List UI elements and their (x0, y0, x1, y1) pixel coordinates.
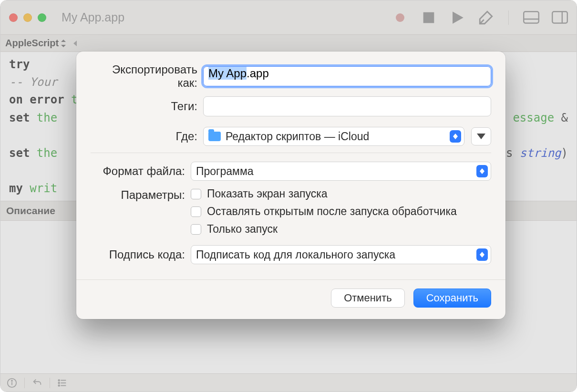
svg-rect-2 (524, 11, 539, 23)
file-format-label: Формат файла: (91, 165, 191, 178)
status-bar (0, 373, 577, 392)
option-label: Оставлять открытым после запуска обработ… (207, 205, 457, 218)
svg-point-11 (11, 380, 12, 381)
svg-marker-20 (477, 134, 485, 139)
codesign-value: Подписать код для локального запуска (196, 248, 476, 261)
codesign-label: Подпись кода: (91, 248, 191, 261)
reply-icon[interactable] (31, 377, 43, 389)
info-icon[interactable] (6, 377, 18, 389)
svg-marker-19 (453, 136, 458, 139)
show-panel-button[interactable] (523, 10, 539, 25)
dialog-divider (91, 153, 491, 153)
option-checkbox[interactable] (191, 206, 201, 217)
option-row: Только запуск (191, 223, 491, 236)
tags-input[interactable] (203, 96, 491, 116)
svg-marker-8 (73, 41, 77, 46)
svg-rect-0 (423, 12, 434, 23)
svg-marker-6 (61, 40, 66, 42)
language-label: AppleScript (5, 38, 59, 49)
status-divider (24, 378, 25, 388)
select-arrows-icon (450, 130, 461, 143)
toolbar-separator (508, 10, 509, 25)
svg-marker-1 (453, 11, 464, 24)
svg-rect-4 (552, 11, 567, 23)
svg-marker-24 (480, 255, 484, 258)
list-icon[interactable] (57, 377, 68, 389)
expand-location-button[interactable] (471, 127, 491, 145)
close-window-button[interactable] (9, 13, 18, 22)
record-button[interactable] (392, 10, 408, 25)
option-row: Оставлять открытым после запуска обработ… (191, 205, 491, 218)
nav-buttons (72, 40, 79, 47)
titlebar: My App.app (0, 0, 577, 35)
svg-point-17 (58, 385, 60, 386)
svg-marker-7 (61, 45, 66, 47)
option-checkbox[interactable] (191, 224, 201, 235)
run-button[interactable] (449, 10, 465, 25)
select-arrows-icon (476, 165, 488, 177)
where-label: Где: (91, 130, 203, 143)
build-button[interactable] (478, 10, 494, 25)
window-controls (9, 13, 46, 22)
svg-point-16 (58, 382, 60, 383)
format-bar: AppleScript (0, 35, 577, 52)
tags-label: Теги: (91, 100, 203, 113)
zoom-window-button[interactable] (38, 13, 46, 22)
export-as-label: Экспортировать как: (91, 63, 203, 90)
file-format-value: Программа (196, 165, 476, 178)
where-select[interactable]: Редактор скриптов — iCloud (203, 127, 464, 146)
svg-marker-22 (480, 171, 484, 174)
nav-back-icon[interactable] (72, 40, 79, 47)
minimize-window-button[interactable] (23, 13, 32, 22)
option-label: Показать экран запуска (207, 187, 328, 200)
folder-icon (208, 132, 221, 141)
cancel-button[interactable]: Отменить (331, 289, 405, 308)
export-dialog: Экспортировать как: My App.app Теги: Где… (76, 52, 505, 319)
option-checkbox[interactable] (191, 189, 201, 199)
option-label: Только запуск (207, 223, 278, 236)
codesign-select[interactable]: Подписать код для локального запуска (191, 245, 491, 264)
select-arrows-icon (476, 248, 488, 261)
status-divider (50, 378, 50, 388)
stop-button[interactable] (421, 10, 437, 25)
filename-input[interactable]: My App.app (203, 66, 491, 86)
options-label: Параметры: (91, 187, 191, 202)
filename-suffix: .app (247, 67, 269, 80)
filename-selected: My App (208, 67, 247, 80)
dialog-footer: Отменить Сохранить (76, 279, 505, 319)
svg-point-15 (58, 380, 60, 381)
file-format-select[interactable]: Программа (191, 162, 491, 181)
toolbar (392, 10, 568, 25)
where-value: Редактор скриптов — iCloud (226, 130, 450, 143)
save-button[interactable]: Сохранить (413, 289, 491, 308)
language-selector[interactable]: AppleScript (5, 38, 66, 49)
option-row: Показать экран запуска (191, 187, 491, 200)
window-title: My App.app (62, 10, 124, 24)
sidebar-toggle-button[interactable] (552, 10, 568, 25)
description-label: Описание (6, 205, 55, 217)
